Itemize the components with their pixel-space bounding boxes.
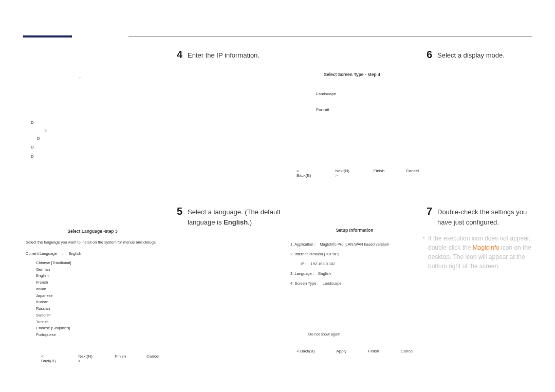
info-app-value: MagicInfo Pro [LAN,WAN based version\: [320, 242, 389, 247]
left-d-2: D: [37, 134, 47, 143]
language-list[interactable]: Chinese [Traditional] German English Fre…: [36, 260, 159, 339]
list-item[interactable]: English: [36, 273, 159, 279]
info-screen-label: 4. Screen Type :: [290, 281, 318, 286]
step-7-text: Double-check the settings you have just …: [437, 207, 535, 227]
step-5-text-bold: English: [224, 218, 248, 226]
cancel-button[interactable]: Cancel: [406, 169, 419, 178]
finish-button[interactable]: Finish: [368, 349, 379, 353]
page-content: 4 Enter the IP information. 6 Select a d…: [23, 44, 532, 392]
left-d-3: D: [31, 143, 47, 152]
list-item[interactable]: Portuguese: [36, 332, 159, 339]
info-lang-value: English: [318, 271, 331, 276]
execution-icon-note: If the execution icon does not appear, d…: [428, 234, 541, 271]
info-row-language: 3. Language : English: [290, 271, 424, 276]
language-panel-desc: Select the language you want to install …: [26, 240, 159, 245]
language-current-label: Current Language: [26, 251, 57, 256]
do-not-show-checkbox-label[interactable]: Do not show again: [308, 332, 424, 337]
step-4-number: 4: [172, 49, 182, 61]
note-magicinfo: MagicInfo: [473, 244, 499, 251]
list-item[interactable]: Chinese [Simplified]: [36, 325, 159, 332]
info-lang-label: 3. Language :: [290, 271, 314, 276]
bullet-icon: [423, 237, 424, 238]
cancel-button[interactable]: Cancel: [146, 354, 159, 363]
info-row-ip: IP : 192.168.0.102: [301, 262, 424, 266]
back-button[interactable]: < Back(B): [41, 354, 58, 363]
list-item[interactable]: Chinese [Traditional]: [36, 260, 159, 267]
list-item[interactable]: Turkish: [36, 319, 159, 326]
left-artifact-list: D D D D D: [31, 118, 47, 161]
next-button[interactable]: Next(N) >: [335, 169, 351, 178]
top-rule: [128, 36, 532, 37]
screen-type-panel: Select Screen Type - step 4 Landscape Po…: [285, 72, 419, 178]
list-item[interactable]: Swedish: [36, 312, 159, 319]
list-item[interactable]: Russian: [36, 306, 159, 312]
info-ip-label: IP :: [301, 262, 306, 266]
step-4-text: Enter the IP information.: [188, 50, 285, 61]
screen-type-title: Select Screen Type - step 4: [285, 72, 419, 77]
language-current-sep: :: [62, 251, 63, 256]
list-item[interactable]: Japanese: [36, 293, 159, 300]
step-5-text-c: .): [248, 218, 252, 226]
back-button[interactable]: < Back(B): [297, 349, 314, 353]
screen-opt-portrait[interactable]: Portrait: [316, 107, 419, 112]
screen-opt-landscape[interactable]: Landscape: [316, 91, 419, 96]
info-screen-value: Landscape: [323, 281, 342, 286]
step-7-number: 7: [422, 206, 432, 217]
finish-button[interactable]: Finish: [115, 354, 126, 363]
left-d-1: D: [31, 118, 47, 127]
language-panel-title: Select Language -step 3: [26, 229, 159, 234]
cancel-button[interactable]: Cancel: [401, 349, 414, 353]
info-row-application: 1. Application : MagicInfo Pro [LAN,WAN …: [290, 242, 424, 247]
step-5-text: Select a language. (The default language…: [188, 207, 285, 227]
info-buttons: < Back(B) Apply Finish Cancel: [297, 349, 424, 353]
step-6-number: 6: [422, 49, 432, 61]
left-d-4: D: [31, 152, 47, 161]
list-item[interactable]: French: [36, 279, 159, 286]
left-d-small: D: [45, 127, 47, 134]
language-current: Current Language : English: [26, 251, 159, 256]
back-button[interactable]: < Back(B): [297, 169, 313, 178]
info-row-screentype: 4. Screen Type : Landscape: [290, 281, 424, 286]
screen-buttons: < Back(B) Next(N) > Finish Cancel: [297, 169, 419, 178]
setup-info-title: Setup Information: [285, 228, 424, 233]
language-panel: Select Language -step 3 Select the langu…: [26, 229, 159, 363]
language-buttons: < Back(B) Next(N) > Finish Cancel: [41, 354, 159, 363]
accent-bar: [23, 35, 72, 38]
apply-button[interactable]: Apply: [336, 349, 346, 353]
list-item[interactable]: Italian: [36, 286, 159, 293]
language-current-value: English: [68, 251, 81, 256]
setup-info-panel: Setup Information 1. Application : Magic…: [285, 228, 424, 353]
step-5-number: 5: [172, 206, 182, 217]
list-item[interactable]: German: [36, 267, 159, 273]
finish-button[interactable]: Finish: [374, 169, 384, 178]
step-6-text: Select a display mode.: [437, 50, 535, 61]
info-app-label: 1. Application :: [290, 242, 316, 247]
tilde-mark: ~: [79, 76, 81, 80]
info-row-protocol: 2. Internet Protocol [TCP/IP]: [290, 252, 424, 256]
list-item[interactable]: Korean: [36, 299, 159, 306]
info-ip-value: 192.168.0.102: [310, 262, 335, 266]
next-button[interactable]: Next(N) >: [78, 354, 94, 363]
